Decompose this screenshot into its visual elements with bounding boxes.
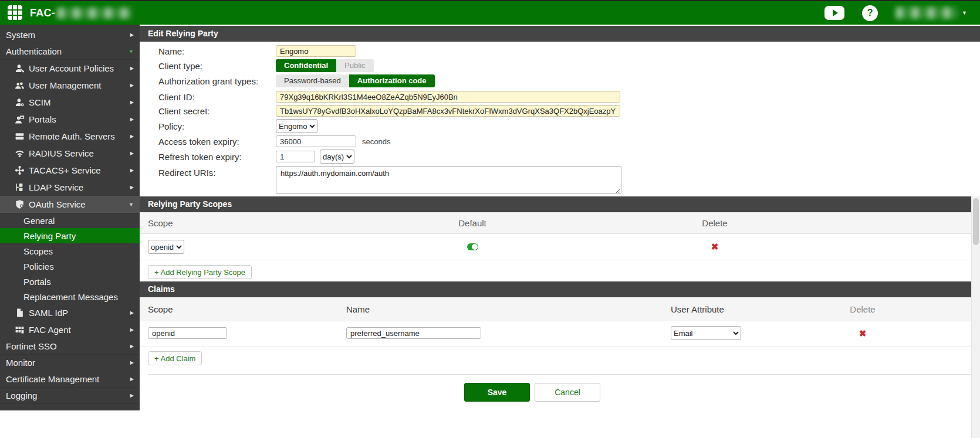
- sidebar-item-label: User Management: [29, 80, 101, 90]
- sidebar-item-label: LDAP Service: [29, 182, 83, 192]
- claims-table-header: Scope Name User Attribute Delete: [140, 297, 972, 321]
- name-input[interactable]: [276, 45, 356, 57]
- claim-name-input[interactable]: [346, 327, 481, 339]
- add-relying-party-scope-button[interactable]: + Add Relying Party Scope: [148, 265, 252, 279]
- sidebar-item-scim[interactable]: SCIM▶: [0, 94, 140, 111]
- delete-claim-icon[interactable]: ✖: [859, 329, 867, 338]
- network-nodes-icon: [15, 165, 25, 175]
- chevron-right-icon: ▶: [130, 185, 134, 190]
- client-secret-input[interactable]: [276, 105, 620, 117]
- access-token-expiry-input[interactable]: [276, 135, 356, 147]
- sidebar-item-radius-service[interactable]: RADIUS Service▶: [0, 145, 140, 162]
- sidebar-item-authentication[interactable]: Authentication▼: [0, 43, 140, 60]
- sidebar-item-saml-idp[interactable]: SAML IdP▶: [0, 304, 140, 321]
- shield-icon: [15, 199, 25, 209]
- grant-types-label: Authorization grant types:: [158, 76, 276, 86]
- access-token-expiry-unit: seconds: [362, 137, 390, 146]
- sidebar-item-user-account-policies[interactable]: User Account Policies▶: [0, 60, 140, 77]
- product-prefix: FAC-: [30, 7, 55, 19]
- sidebar-item-relying-party[interactable]: Relying Party: [0, 228, 140, 243]
- help-icon[interactable]: ?: [862, 5, 878, 21]
- chevron-right-icon: ▶: [130, 117, 134, 122]
- chevron-right-icon: ▶: [130, 83, 134, 88]
- sidebar-item-fac-agent[interactable]: FAC Agent▶: [0, 321, 140, 338]
- sidebar-item-replacement-messages[interactable]: Replacement Messages: [0, 289, 140, 304]
- name-label: Name:: [158, 46, 276, 56]
- redacted-username: [895, 7, 958, 19]
- client-type-confidential-button[interactable]: Confidential: [276, 59, 336, 72]
- redirect-uris-textarea[interactable]: https://auth.mydomain.com/auth: [276, 166, 621, 194]
- cancel-button[interactable]: Cancel: [535, 383, 600, 402]
- sidebar-item-fortinet-sso[interactable]: Fortinet SSO▶: [0, 338, 140, 355]
- grant-types-toggle: Password-based Authorization code: [276, 74, 435, 87]
- add-claim-button[interactable]: + Add Claim: [148, 351, 202, 365]
- sidebar-item-label: RADIUS Service: [29, 148, 94, 158]
- client-type-toggle: Confidential Public: [276, 59, 374, 72]
- claim-scope-input[interactable]: [148, 327, 227, 339]
- scrollbar-thumb[interactable]: [973, 198, 979, 245]
- delete-scope-icon[interactable]: ✖: [711, 242, 719, 251]
- sidebar-item-label: Scopes: [23, 246, 53, 256]
- sidebar-item-label: Policies: [23, 262, 54, 271]
- sidebar-item-oauth-general[interactable]: General: [0, 213, 140, 228]
- sidebar-item-label: Replacement Messages: [23, 292, 118, 302]
- grant-authorization-code-button[interactable]: Authorization code: [349, 74, 435, 87]
- sidebar-item-label: Remote Auth. Servers: [29, 131, 115, 141]
- policy-label: Policy:: [158, 121, 276, 131]
- policy-select[interactable]: Engomo: [276, 119, 317, 133]
- sidebar-item-oauth-policies[interactable]: Policies: [0, 259, 140, 274]
- server-icon: [15, 131, 25, 141]
- users-icon: [15, 80, 25, 90]
- chevron-right-icon: ▶: [130, 327, 134, 332]
- save-button[interactable]: Save: [464, 383, 530, 402]
- scopes-section-title: Relying Party Scopes: [140, 196, 972, 212]
- chevron-right-icon: ▶: [130, 344, 134, 349]
- user-attribute-select[interactable]: Email: [671, 326, 741, 340]
- user-menu-caret-icon: ▼: [962, 10, 967, 16]
- user-wrench-icon: [15, 63, 25, 73]
- refresh-token-unit-select[interactable]: day(s): [320, 150, 354, 164]
- sidebar-item-user-management[interactable]: User Management▶: [0, 77, 140, 94]
- client-type-public-button[interactable]: Public: [336, 59, 373, 72]
- sidebar-item-label: TACACS+ Service: [29, 165, 101, 175]
- sidebar-item-label: Monitor: [6, 358, 35, 368]
- sidebar-item-label: Certificate Management: [6, 374, 99, 384]
- column-header-default: Default: [449, 212, 496, 233]
- chevron-right-icon: ▶: [130, 360, 134, 365]
- redacted-device-name: [57, 8, 132, 19]
- vertical-scrollbar[interactable]: [971, 196, 980, 438]
- sidebar-item-oauth-portals[interactable]: Portals: [0, 274, 140, 289]
- claim-row: Email ✖: [140, 321, 972, 347]
- grant-password-based-button[interactable]: Password-based: [276, 74, 349, 87]
- form-divider: [148, 374, 972, 375]
- apps-grid-icon[interactable]: [8, 5, 23, 21]
- relying-party-form: Name: Client type: Confidential Public A…: [140, 42, 980, 194]
- sidebar-item-tacacs-service[interactable]: TACACS+ Service▶: [0, 162, 140, 179]
- sidebar-item-oauth-scopes[interactable]: Scopes: [0, 243, 140, 259]
- client-id-input[interactable]: [276, 91, 620, 103]
- sidebar-item-certificate-management[interactable]: Certificate Management▶: [0, 371, 140, 388]
- refresh-token-expiry-input[interactable]: [276, 151, 315, 162]
- youtube-icon[interactable]: [824, 6, 844, 20]
- scope-select[interactable]: openid: [148, 240, 184, 254]
- top-bar: FAC- ? ▼: [0, 1, 980, 25]
- sidebar-item-ldap-service[interactable]: LDAP Service▶: [0, 179, 140, 196]
- claims-section: Claims Scope Name User Attribute Delete …: [140, 281, 980, 365]
- chevron-right-icon: ▶: [130, 151, 134, 156]
- form-row-client-type: Client type: Confidential Public: [158, 59, 980, 72]
- sidebar-item-remote-auth-servers[interactable]: Remote Auth. Servers▶: [0, 128, 140, 145]
- client-secret-label: Client secret:: [158, 106, 276, 116]
- default-toggle-on[interactable]: [467, 243, 478, 250]
- form-row-client-id: Client ID:: [158, 91, 980, 103]
- sidebar-item-portals[interactable]: Portals▶: [0, 111, 140, 128]
- chevron-right-icon: ▶: [130, 393, 134, 398]
- column-header-delete: Delete: [691, 212, 738, 233]
- user-menu[interactable]: ▼: [895, 7, 967, 19]
- sidebar-item-monitor[interactable]: Monitor▶: [0, 355, 140, 371]
- wifi-icon: [15, 148, 25, 158]
- sidebar-item-logging[interactable]: Logging▶: [0, 388, 140, 404]
- sidebar-item-oauth-service[interactable]: OAuth Service▼: [0, 196, 140, 213]
- column-header-user-attribute: User Attribute: [671, 297, 724, 321]
- sidebar-item-system[interactable]: System▶: [0, 27, 140, 43]
- claims-section-title: Claims: [140, 281, 972, 297]
